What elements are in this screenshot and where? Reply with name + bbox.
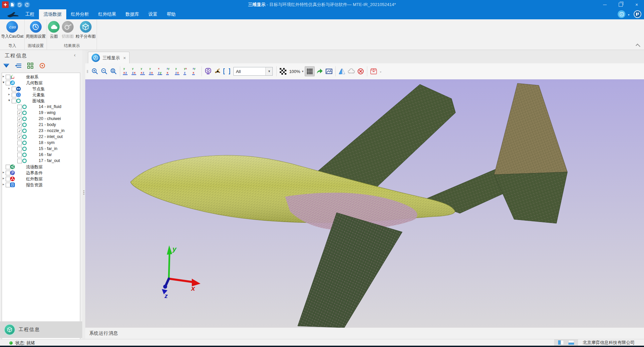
tab-close-icon[interactable]: × — [123, 55, 126, 61]
visibility-checkbox[interactable] — [17, 153, 22, 157]
visibility-checkbox[interactable] — [6, 183, 10, 187]
expand-expander-icon[interactable]: ▸ — [3, 74, 4, 78]
menu-item-1[interactable]: 流场数据 — [39, 9, 66, 19]
tree-row[interactable]: 15 - far_in — [2, 146, 80, 152]
close-button[interactable]: × — [629, 0, 644, 9]
menu-item-2[interactable]: 红外分析 — [66, 9, 94, 19]
theme-button[interactable] — [634, 10, 641, 18]
tree-row[interactable]: ✓19 - wing — [2, 110, 80, 116]
menu-item-4[interactable]: 数据库 — [121, 9, 144, 19]
visibility-checkbox[interactable] — [6, 171, 10, 175]
combo-dropdown-icon[interactable]: ▼ — [265, 67, 272, 75]
view-orientation-button-6[interactable]: zyx — [165, 67, 173, 76]
locate-target-icon[interactable] — [39, 62, 46, 69]
panel-collapse-icon[interactable]: ‹ — [74, 52, 76, 58]
visibility-checkbox[interactable]: ✓ — [17, 123, 22, 127]
tree-row[interactable]: 18 - sym — [2, 140, 80, 146]
tree-row[interactable]: ✓23 - nozzle_in — [2, 128, 80, 134]
tree-row[interactable]: ✓21 - body — [2, 122, 80, 128]
cloud-button[interactable]: 云图 — [47, 19, 61, 42]
visibility-checkbox[interactable] — [12, 99, 16, 103]
mirror-button[interactable] — [338, 66, 346, 76]
toolbar-drag-handle[interactable]: ‖ — [87, 69, 88, 74]
visibility-checkbox[interactable]: ✓ — [17, 129, 22, 133]
project-info-tab[interactable]: 工程信息 — [0, 321, 82, 338]
view-orientation-button-3[interactable]: yxz — [140, 67, 148, 76]
visibility-checkbox[interactable] — [17, 105, 22, 109]
view-orientation-button-5[interactable]: xzy — [157, 67, 165, 76]
visibility-checkbox[interactable] — [17, 141, 22, 145]
zoom-in-button[interactable] — [91, 66, 99, 76]
expand-expander-icon[interactable]: ▸ — [8, 86, 10, 90]
viewport-3d[interactable]: y x z — [85, 79, 644, 328]
minimize-button[interactable] — [597, 0, 612, 9]
tree-row[interactable]: ▸报告资源 — [2, 182, 80, 188]
tree-row[interactable]: ▸节点集 — [2, 86, 80, 92]
menu-item-6[interactable]: 帮助 — [162, 9, 180, 19]
transparency-button[interactable] — [279, 66, 287, 76]
visibility-checkbox[interactable] — [6, 75, 10, 79]
menu-item-3[interactable]: 红外结果 — [94, 9, 121, 19]
tree-row[interactable]: ▸边界条件 — [2, 170, 80, 176]
view-orientation-button-2[interactable]: yzx — [131, 67, 139, 76]
visibility-checkbox[interactable] — [17, 147, 22, 151]
clock-button[interactable]: 周期面设置 — [25, 19, 47, 42]
expand-expander-icon[interactable]: ▸ — [3, 176, 4, 180]
visibility-checkbox[interactable]: ✓ — [17, 135, 22, 139]
tree-row[interactable]: ▸元素集 — [2, 92, 80, 98]
tab-3d-view[interactable]: 三维显示 × — [88, 52, 130, 64]
view-orientation-button-1[interactable]: yxz — [122, 67, 130, 76]
layout-split-bottom-icon[interactable] — [568, 340, 574, 345]
restore-button[interactable] — [613, 0, 628, 9]
zoom-fit-button[interactable] — [109, 66, 118, 76]
delete-result-button[interactable] — [356, 66, 365, 76]
collapse-expander-icon[interactable]: ▾ — [8, 98, 10, 102]
visibility-checkbox[interactable]: ✓ — [17, 117, 22, 121]
grid-view-icon[interactable] — [27, 62, 34, 69]
view-orientation-button-4[interactable]: yzx — [148, 67, 156, 76]
tree-row[interactable]: ▾面域集 — [2, 98, 80, 104]
visibility-checkbox[interactable] — [17, 159, 22, 163]
zoom-level-caret-icon[interactable]: ▾ — [302, 70, 304, 73]
tree-row[interactable]: 流场数据 — [2, 164, 80, 170]
visibility-checkbox[interactable] — [6, 81, 10, 85]
view-orientation-button-9[interactable]: zyx — [191, 67, 199, 76]
export-caret-icon[interactable]: ⌄ — [379, 70, 382, 73]
export-package-button[interactable] — [369, 66, 378, 76]
perspective-camera-button[interactable] — [204, 66, 212, 76]
visibility-checkbox[interactable] — [12, 87, 16, 91]
display-mode-button[interactable] — [618, 10, 625, 18]
filter-icon[interactable] — [3, 62, 10, 69]
apply-forward-button[interactable] — [315, 66, 324, 76]
particle-button[interactable]: 粒子分布图 — [75, 19, 97, 42]
expand-expander-icon[interactable]: ▸ — [8, 92, 10, 96]
tree-row[interactable]: ▾几何数据 — [2, 80, 80, 86]
zoom-level-label[interactable]: 100% — [289, 69, 300, 74]
tree-row[interactable]: ✓22 - inlet_out — [2, 134, 80, 140]
menu-item-0[interactable]: 工程 — [21, 9, 39, 19]
view-orientation-button-8[interactable]: yxz — [183, 67, 191, 76]
tree-row[interactable]: ✓20 - chuiwei — [2, 116, 80, 122]
snapshot-button[interactable] — [325, 66, 333, 76]
visibility-checkbox[interactable]: ✓ — [17, 111, 22, 115]
list-view-icon[interactable] — [15, 62, 22, 69]
lasso-cloud-button[interactable] — [347, 66, 356, 76]
visibility-checkbox[interactable] — [12, 93, 16, 97]
cas-button[interactable]: cas导入Cas/Dat — [0, 19, 24, 42]
menu-item-5[interactable]: 设置 — [144, 9, 162, 19]
box-select-button[interactable] — [222, 66, 231, 76]
visibility-checkbox[interactable] — [6, 165, 10, 169]
expand-expander-icon[interactable]: ▸ — [3, 182, 4, 186]
particle-trace-button[interactable] — [213, 66, 222, 76]
tree-row[interactable]: ▸红外数据 — [2, 176, 80, 182]
tree-row[interactable]: 17 - far_out — [2, 158, 80, 164]
mesh-toggle-button[interactable] — [305, 66, 315, 76]
panel-splitter[interactable]: ••• — [82, 50, 85, 339]
tree-row[interactable]: ▸YXZ坐标系 — [2, 74, 80, 80]
expand-expander-icon[interactable]: ▸ — [3, 170, 4, 174]
visibility-checkbox[interactable] — [6, 177, 10, 181]
collapse-expander-icon[interactable]: ▾ — [3, 80, 4, 84]
view-orientation-button-7[interactable]: yzx — [174, 67, 182, 76]
display-mode-caret-icon[interactable]: ▾ — [628, 13, 629, 16]
tree-row[interactable]: 16 - far — [2, 152, 80, 158]
